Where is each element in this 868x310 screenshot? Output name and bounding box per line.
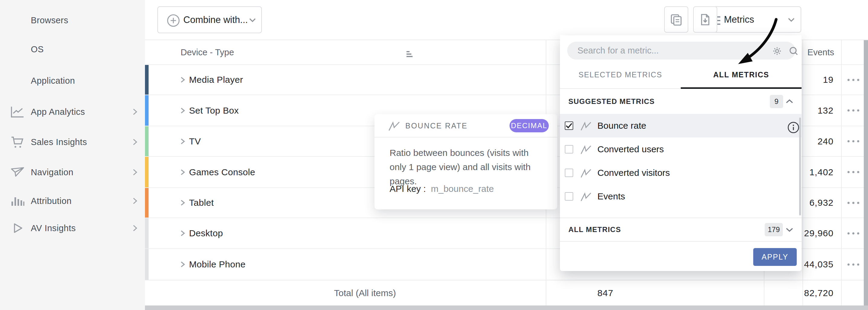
row-expand-chevron-icon[interactable]	[179, 107, 186, 115]
row-expand-chevron-icon[interactable]	[179, 260, 186, 268]
combine-with-button[interactable]: Combine with...	[157, 6, 262, 33]
sidebar-item-av-insights[interactable]: AV Insights	[0, 213, 145, 243]
row-events-value: 132	[802, 95, 834, 126]
row-accent-bar	[145, 157, 149, 187]
panel-scrollbar-thumb[interactable]	[799, 118, 801, 215]
column-divider	[841, 40, 842, 306]
metric-label: Events	[597, 191, 625, 202]
row-accent-bar	[145, 188, 149, 218]
vertical-scrollbar[interactable]	[864, 40, 868, 306]
metrics-button-label: Metrics	[724, 14, 754, 25]
info-icon[interactable]	[787, 121, 800, 134]
suggested-metrics-section-header[interactable]: SUGGESTED METRICS 9	[560, 89, 802, 114]
sidebar-item-application[interactable]: Application	[0, 66, 145, 96]
sidebar: Browsers OS Application App Analytics Sa…	[0, 0, 145, 310]
sidebar-item-label: Application	[31, 76, 75, 86]
metric-checkbox[interactable]	[565, 168, 573, 177]
row-actions-menu[interactable]	[841, 95, 865, 126]
chevron-right-icon	[130, 168, 140, 177]
row-expand-chevron-icon[interactable]	[179, 199, 186, 207]
tab-selected-metrics[interactable]: SELECTED METRICS	[560, 60, 681, 89]
sort-order-icon[interactable]	[401, 45, 419, 59]
metric-search-bar	[567, 42, 796, 60]
metric-label: Converted visitors	[597, 168, 670, 178]
sidebar-item-label: App Analytics	[31, 107, 85, 117]
row-expand-chevron-icon[interactable]	[179, 137, 186, 145]
chevron-down-icon	[787, 16, 796, 23]
metric-tooltip-card: BOUNCE RATE DECIMAL Ratio between bounce…	[374, 114, 557, 209]
row-actions-menu[interactable]	[841, 188, 865, 218]
chevron-right-icon	[130, 224, 140, 232]
panel-tabs: SELECTED METRICS ALL METRICS	[560, 60, 802, 89]
chevron-down-icon[interactable]	[785, 226, 794, 233]
tooltip-header: BOUNCE RATE DECIMAL	[374, 114, 557, 137]
sidebar-item-label: Navigation	[31, 167, 73, 177]
send-icon	[9, 164, 26, 181]
row-accent-bar	[145, 126, 149, 156]
copy-icon	[670, 13, 683, 26]
metric-zigzag-icon	[388, 121, 401, 132]
all-metrics-count-badge: 179	[765, 223, 783, 236]
row-expand-chevron-icon[interactable]	[179, 229, 186, 237]
metric-checkbox[interactable]	[565, 121, 573, 130]
search-icon[interactable]	[788, 45, 799, 57]
row-device-label: Games Console	[189, 167, 255, 177]
metric-zigzag-icon	[580, 192, 593, 202]
metric-row[interactable]: Converted users	[560, 137, 802, 161]
total-metric-value: 847	[537, 280, 613, 306]
column-header-device-type[interactable]: Device - Type	[181, 40, 234, 64]
metric-label: Converted users	[597, 144, 664, 154]
cart-icon	[9, 133, 26, 151]
api-key-value: m_bounce_rate	[428, 184, 494, 194]
metric-checkbox[interactable]	[565, 192, 573, 200]
chevron-up-icon[interactable]	[785, 98, 794, 105]
metric-zigzag-icon	[580, 168, 593, 179]
row-actions-menu[interactable]	[841, 249, 865, 280]
row-actions-menu[interactable]	[841, 65, 865, 95]
sidebar-item-app-analytics[interactable]: App Analytics	[0, 97, 145, 127]
all-metrics-label: ALL METRICS	[568, 225, 621, 234]
row-accent-bar	[145, 65, 149, 95]
gear-icon[interactable]	[772, 46, 782, 56]
metric-row[interactable]: Bounce rate	[560, 114, 802, 137]
apply-button[interactable]: APPLY	[753, 248, 797, 266]
row-expand-chevron-icon[interactable]	[179, 168, 186, 176]
tab-all-metrics[interactable]: ALL METRICS	[681, 60, 802, 89]
chevron-right-icon	[130, 196, 140, 206]
sidebar-item-navigation[interactable]: Navigation	[0, 157, 145, 187]
chevron-right-icon	[130, 137, 140, 147]
row-device-label: Desktop	[189, 228, 223, 238]
sidebar-item-label: OS	[31, 44, 44, 54]
line-chart-icon	[9, 103, 26, 120]
sidebar-item-label: Attribution	[31, 196, 71, 206]
copy-button[interactable]	[664, 6, 688, 33]
tooltip-metric-name: BOUNCE RATE	[405, 114, 467, 137]
row-actions-menu[interactable]	[841, 157, 865, 187]
metric-search-input[interactable]	[578, 42, 747, 60]
sidebar-item-sales-insights[interactable]: Sales Insights	[0, 127, 145, 157]
sidebar-item-os[interactable]: OS	[0, 34, 145, 64]
panel-footer: APPLY	[560, 241, 802, 271]
column-header-events[interactable]: Events	[802, 40, 834, 64]
metric-zigzag-icon	[580, 121, 593, 131]
sidebar-item-attribution[interactable]: Attribution	[0, 186, 145, 216]
file-download-icon	[699, 13, 712, 26]
row-actions-menu[interactable]	[841, 126, 865, 156]
metric-row[interactable]: Events	[560, 185, 802, 208]
sidebar-item-browsers[interactable]: Browsers	[0, 5, 145, 35]
row-device-label: TV	[189, 136, 201, 147]
row-accent-bar	[145, 95, 149, 126]
metric-checkbox[interactable]	[565, 145, 573, 154]
metric-type-badge: DECIMAL	[509, 119, 549, 132]
all-metrics-section-header[interactable]: ALL METRICS 179	[560, 218, 802, 241]
bar-chart-icon	[9, 192, 26, 209]
tooltip-api-key: API key : m_bounce_rate	[390, 184, 494, 194]
horizontal-scrollbar[interactable]	[145, 306, 868, 310]
metric-row[interactable]: Converted visitors	[560, 161, 802, 185]
api-key-label: API key :	[390, 184, 426, 194]
row-expand-chevron-icon[interactable]	[179, 76, 186, 84]
row-events-value: 19	[802, 65, 834, 95]
row-events-value: 240	[802, 126, 834, 156]
row-actions-menu[interactable]	[841, 218, 865, 248]
export-button[interactable]	[693, 6, 717, 33]
